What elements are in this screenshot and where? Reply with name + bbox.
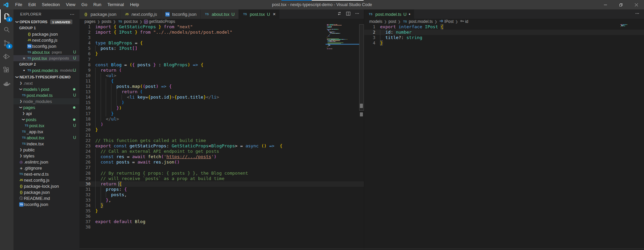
close-window-button[interactable]: [629, 0, 644, 9]
tree-item-pages[interactable]: ❯pages: [13, 104, 79, 110]
tree-item-tsconfig-json[interactable]: TStsconfig.json: [13, 201, 79, 207]
open-editor-item[interactable]: TStsconfig.json: [13, 43, 79, 49]
restore-button[interactable]: [613, 0, 629, 9]
line-number: 20: [79, 127, 91, 133]
menu-terminal[interactable]: Terminal: [104, 0, 127, 9]
tree-item-next-env-d-ts[interactable]: TSnext-env.d.ts: [13, 171, 79, 177]
menu-go[interactable]: Go: [78, 0, 90, 9]
code-token: [111, 219, 114, 224]
code-token: [111, 24, 114, 29]
code-token: >: [116, 116, 119, 121]
line-content: <li key={post.id}>{post.title}</li>: [95, 95, 364, 100]
menu-help[interactable]: Help: [127, 0, 142, 9]
menu-edit[interactable]: Edit: [25, 0, 39, 9]
line-content: return (: [95, 68, 364, 73]
ts-file-icon: TS: [21, 94, 27, 97]
menu-view[interactable]: View: [63, 0, 78, 9]
menu-run[interactable]: Run: [90, 0, 104, 9]
code-token: BlogProps: [211, 143, 235, 148]
tree-item-styles[interactable]: ❯styles: [13, 153, 79, 159]
breadcrumb-item[interactable]: pages: [84, 19, 96, 24]
activity-run-debug-icon[interactable]: [0, 50, 13, 63]
tab-next-config-js[interactable]: JSnext.config.js: [121, 9, 161, 19]
activity-explorer-icon[interactable]: 1: [0, 9, 13, 23]
dirty-dot-icon[interactable]: ●: [409, 12, 410, 16]
activity-search-icon[interactable]: [0, 23, 13, 36]
tree-item-posts[interactable]: ❯posts: [13, 116, 79, 122]
breadcrumb-item[interactable]: TSpost.tsx: [117, 19, 138, 24]
tab-about-tsx[interactable]: TSabout.tsxU: [201, 9, 239, 19]
tree-item-package-json[interactable]: {}package.json: [13, 189, 79, 195]
code-token: id: [385, 30, 391, 35]
tree-item--next[interactable]: ❯.next: [13, 80, 79, 86]
minimap[interactable]: [619, 24, 639, 29]
indent-guide: [106, 78, 106, 84]
tree-item-next-config-js[interactable]: JSnext.config.js: [13, 177, 79, 183]
indent-guide: [111, 84, 111, 89]
vscode-window: { "colors": { "tokens": {"k1":"#C586C0",…: [0, 0, 644, 250]
activity-docker-icon[interactable]: [0, 77, 13, 90]
open-editor-item[interactable]: ✕TSpost.tsxpages\postsU: [13, 55, 79, 61]
code-token: [422, 24, 425, 29]
breadcrumb-item[interactable]: TSpost.model.ts: [402, 19, 433, 24]
code-editor[interactable]: 1import { GetStaticProps } from "next"2i…: [79, 24, 364, 250]
indent-guide: [101, 111, 101, 116]
tree-item-about-tsx[interactable]: TSabout.tsxU: [13, 135, 79, 141]
more-actions-icon[interactable]: [355, 11, 360, 17]
minimap[interactable]: [326, 24, 359, 52]
breadcrumb-item[interactable]: id: [460, 19, 468, 24]
breadcrumb-item[interactable]: IPost: [439, 19, 453, 24]
tab-tsconfig-json[interactable]: TStsconfig.json: [161, 9, 201, 19]
activity-source-control-icon[interactable]: 3: [0, 36, 13, 50]
dirty-dot-icon[interactable]: ●: [22, 69, 27, 72]
code-token: [114, 154, 116, 159]
line-number: 31: [79, 187, 91, 192]
open-editors-header[interactable]: ❯ OPEN EDITORS 1 UNSAVED: [13, 19, 79, 25]
open-changes-icon[interactable]: [337, 11, 342, 17]
breadcrumb-label: post: [388, 19, 396, 24]
scrollbar-slider[interactable]: [359, 24, 364, 111]
close-icon[interactable]: ✕: [273, 12, 276, 16]
tree-item-index-tsx[interactable]: TSindex.tsx: [13, 141, 79, 147]
tree-item--app-tsx[interactable]: TS_app.tsx: [13, 129, 79, 135]
tree-item-models-post[interactable]: ❯models \ post: [13, 86, 79, 92]
code-line: 22// This function gets called at build …: [79, 138, 364, 143]
menu-selection[interactable]: Selection: [39, 0, 63, 9]
sidebar-more-icon[interactable]: ⋯: [70, 11, 75, 17]
code-editor[interactable]: 1export interface IPost {2 id: number3 t…: [364, 24, 644, 250]
tree-item-api[interactable]: ❯api: [13, 110, 79, 116]
breadcrumb-item[interactable]: posts: [102, 19, 111, 24]
code-line: 5 posts: IPost[]: [79, 46, 364, 51]
scrollbar[interactable]: [359, 24, 364, 250]
tab-post-tsx[interactable]: TSpost.tsxU✕: [239, 9, 280, 19]
line-content: return {: [95, 181, 364, 187]
tree-item--eslintrc-json[interactable]: ◎.eslintrc.json: [13, 159, 79, 165]
tree-item--gitignore[interactable]: ◈.gitignore: [13, 165, 79, 171]
open-editor-item[interactable]: ●TSpost.model.tsmodels\...U: [13, 67, 79, 73]
project-header[interactable]: ❯ NEXTJS-TYPESCRIPT-DEMO: [13, 74, 79, 80]
activity-extensions-icon[interactable]: [0, 63, 13, 77]
menu-file[interactable]: File: [12, 0, 25, 9]
tree-item-public[interactable]: ❯public: [13, 147, 79, 153]
close-icon[interactable]: ✕: [22, 57, 27, 60]
tab-post-model-ts[interactable]: TSpost.model.tsU●: [364, 9, 414, 19]
tree-item-package-lock-json[interactable]: {}package-lock.json: [13, 183, 79, 189]
more-actions-icon[interactable]: [635, 11, 640, 17]
minimize-button[interactable]: [598, 0, 613, 9]
breadcrumb-item[interactable]: @getStaticProps: [144, 19, 175, 24]
open-editor-item[interactable]: {}package.json: [13, 31, 79, 37]
tab-package-json[interactable]: {}package.json: [79, 9, 121, 19]
breadcrumb-label: post.model.ts: [409, 19, 433, 24]
breadcrumb-item[interactable]: models: [369, 19, 382, 24]
tree-item-post-tsx[interactable]: TSpost.tsxU: [13, 122, 79, 129]
open-editor-item[interactable]: TSabout.tsxpagesU: [13, 49, 79, 55]
open-editor-item[interactable]: JSnext.config.js: [13, 37, 79, 43]
breadcrumb-item[interactable]: post: [388, 19, 396, 24]
code-token: res: [153, 159, 161, 165]
line-number: 5: [79, 46, 91, 51]
split-editor-icon[interactable]: [346, 11, 350, 17]
tree-item-node-modules[interactable]: ❯node_modules: [13, 98, 79, 104]
tree-item-post-model-ts[interactable]: TSpost.model.tsU: [13, 92, 79, 98]
tree-item-readme-md[interactable]: ⓘREADME.md: [13, 195, 79, 201]
code-token: {: [111, 78, 114, 83]
